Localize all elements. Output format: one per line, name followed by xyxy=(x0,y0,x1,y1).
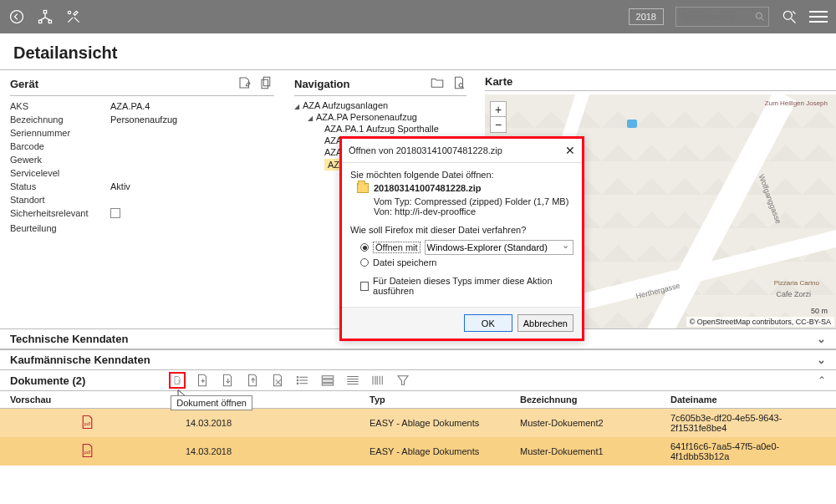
zoom-control[interactable]: +− xyxy=(490,101,507,133)
table-row[interactable]: pdf 14.03.2018 EASY - Ablage Dokuments M… xyxy=(0,437,836,466)
add-doc-button[interactable] xyxy=(194,372,211,389)
svg-point-0 xyxy=(11,11,23,23)
svg-line-5 xyxy=(40,18,45,20)
save-label: Datei speichern xyxy=(373,257,436,267)
pdf-icon: pdf xyxy=(81,415,94,430)
year-indicator[interactable]: 2018 xyxy=(629,8,664,25)
svg-rect-31 xyxy=(323,384,334,385)
remember-label: Für Dateien dieses Typs immer diese Akti… xyxy=(373,276,573,296)
svg-line-8 xyxy=(74,18,79,23)
field-value: Personenaufzug xyxy=(110,115,274,125)
map-label: Cafe Zorzi xyxy=(776,290,811,298)
svg-line-6 xyxy=(45,18,50,20)
col-vorschau[interactable]: Vorschau xyxy=(0,391,176,409)
advanced-search-icon[interactable] xyxy=(781,8,798,25)
doc-search-icon[interactable] xyxy=(451,75,466,93)
download-dialog: Öffnen von 201803141007481228.zip ✕ Sie … xyxy=(339,136,584,341)
dialog-filename: 201803141007481228.zip xyxy=(374,183,481,193)
cell-file: 641f16c6-7aa5-47f5-a0e0-4f1dbb53b12a xyxy=(660,437,836,466)
field-label: AKS xyxy=(10,101,110,111)
svg-rect-3 xyxy=(48,20,51,23)
open-document-button[interactable]: Dokument öffnen xyxy=(169,372,186,389)
ok-button[interactable]: OK xyxy=(464,314,512,332)
map-attribution: © OpenStreetMap contributors, CC-BY-SA xyxy=(686,317,834,327)
svg-point-10 xyxy=(756,13,762,18)
radio-open-with[interactable] xyxy=(360,243,369,252)
cell-bez: Muster-Dokuement1 xyxy=(510,437,660,466)
zip-icon xyxy=(357,183,369,193)
edit-icon[interactable] xyxy=(237,75,252,93)
search-icon[interactable] xyxy=(752,11,768,23)
grid-b-icon[interactable] xyxy=(344,372,361,389)
from-value: http://i-dev-prooffice xyxy=(395,206,476,216)
device-panel-title: Gerät xyxy=(10,78,237,90)
tooltip: Dokument öffnen xyxy=(171,395,252,410)
menu-icon[interactable] xyxy=(809,11,828,23)
type-value: Compressed (zipped) Folder (1,7 MB) xyxy=(415,196,569,206)
open-with-select[interactable]: Windows-Explorer (Standard) xyxy=(425,240,573,255)
zoom-out-button[interactable]: − xyxy=(491,117,506,132)
nav-panel-title: Navigation xyxy=(294,78,430,90)
delete-doc-button[interactable] xyxy=(269,372,286,389)
upload-doc-button[interactable] xyxy=(244,372,261,389)
svg-line-13 xyxy=(792,19,796,23)
chevron-down-icon: ⌄ xyxy=(817,333,826,345)
svg-rect-29 xyxy=(323,376,334,379)
col-typ[interactable]: Typ xyxy=(359,391,510,409)
field-value: AZA.PA.4 xyxy=(110,101,274,111)
col-datei[interactable]: Dateiname xyxy=(660,391,836,409)
field-label: Bezeichnung xyxy=(10,115,110,125)
pdf-icon: pdf xyxy=(81,443,94,458)
chevron-down-icon: ⌄ xyxy=(817,354,826,366)
tools-icon[interactable] xyxy=(65,8,82,25)
barcode-icon[interactable] xyxy=(370,372,386,389)
from-label: Von: xyxy=(374,206,392,216)
svg-rect-16 xyxy=(262,79,268,89)
cell-date: 14.03.2018 xyxy=(176,409,359,438)
dialog-prompt: Sie möchten folgende Datei öffnen: xyxy=(350,170,573,180)
cancel-button[interactable]: Abbrechen xyxy=(517,314,573,332)
grid-a-icon[interactable] xyxy=(319,372,336,389)
cell-typ: EASY - Ablage Dokuments xyxy=(359,437,510,466)
folder-icon[interactable] xyxy=(430,75,445,93)
svg-line-7 xyxy=(68,18,73,23)
back-icon[interactable] xyxy=(8,8,25,25)
svg-marker-41 xyxy=(398,376,408,385)
tree-node[interactable]: AZA.PA Personenaufzug xyxy=(294,111,466,123)
svg-line-11 xyxy=(762,18,764,21)
tree-node[interactable]: AZA Aufzugsanlagen xyxy=(294,99,466,111)
svg-rect-15 xyxy=(263,77,270,86)
list-view-icon[interactable] xyxy=(294,372,311,389)
copy-icon[interactable] xyxy=(259,75,274,93)
type-label: Vom Typ: xyxy=(374,196,412,206)
download-doc-button[interactable] xyxy=(219,372,236,389)
cell-date: 14.03.2018 xyxy=(176,437,359,466)
tree-leaf[interactable]: AZA.PA.1 Aufzug Sporthalle xyxy=(294,123,466,135)
quicksearch-input[interactable] xyxy=(676,12,752,22)
field-label: Seriennummer xyxy=(10,128,110,138)
remember-checkbox[interactable] xyxy=(360,282,369,291)
map-panel-title: Karte xyxy=(485,75,836,88)
col-bez[interactable]: Bezeichnung xyxy=(510,391,660,409)
radio-save[interactable] xyxy=(360,258,369,267)
svg-line-14 xyxy=(793,11,795,13)
dialog-title: Öffnen von 201803141007481228.zip xyxy=(349,145,565,155)
zoom-in-button[interactable]: + xyxy=(491,102,506,117)
field-label: Beurteilung xyxy=(10,223,110,233)
table-row[interactable]: pdf 14.03.2018 EASY - Ablage Dokuments M… xyxy=(0,409,836,438)
map-label: Pizzaria Carino xyxy=(774,279,819,287)
field-label: Servicelevel xyxy=(10,168,110,178)
svg-point-28 xyxy=(298,383,299,384)
svg-rect-2 xyxy=(39,20,42,23)
field-label: Sicherheitsrelevant xyxy=(10,208,110,220)
filter-icon[interactable] xyxy=(395,372,411,389)
safety-checkbox[interactable] xyxy=(110,208,120,218)
open-with-label: Öffnen mit xyxy=(373,242,421,253)
field-value: Aktiv xyxy=(110,181,274,191)
cell-typ: EASY - Ablage Dokuments xyxy=(359,409,510,438)
close-icon[interactable]: ✕ xyxy=(565,144,575,157)
network-icon[interactable] xyxy=(37,8,54,25)
dialog-question: Wie soll Firefox mit dieser Datei verfah… xyxy=(350,225,573,235)
cell-file: 7c605b3e-df20-4e55-9643-2f1531fe8be4 xyxy=(660,409,836,438)
section-kauf[interactable]: Kaufmännische Kenndaten⌄ xyxy=(0,349,836,370)
